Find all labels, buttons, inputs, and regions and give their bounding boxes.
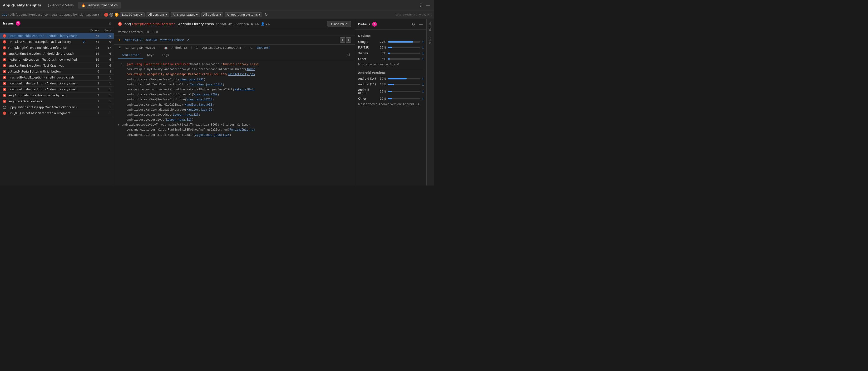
stack-link[interactable]: Handler.java:938 [185, 103, 212, 107]
stack-link[interactable]: View.java:30213 [187, 98, 212, 102]
stack-link[interactable]: Andro [247, 67, 255, 72]
stack-options-button[interactable]: ⇅ [346, 52, 351, 58]
issue-row[interactable]: ✕ ...ceptionInInitializerError - Android… [0, 80, 114, 87]
issue-name: ...ppqualityinsightsqaapp.MainActivity$2… [8, 106, 85, 109]
bar-track-google [388, 41, 421, 42]
info-button-other-device[interactable]: ℹ [422, 57, 424, 61]
tab-android-vitals[interactable]: ▷ Android Vitals [45, 2, 77, 8]
tab-stack-trace-label: Stack trace [122, 53, 140, 57]
col-events-header: Events [85, 29, 99, 32]
bar-track-other-device [388, 58, 421, 60]
filter-last-days[interactable]: Last 90 days ▾ [120, 12, 145, 17]
stack-link[interactable]: Looper.java:313 [166, 118, 192, 122]
tab-logs[interactable]: Logs [158, 51, 173, 59]
issue-name: 0,0-{0,0} is not associated with a Fragm… [8, 111, 85, 115]
filter-operating-systems[interactable]: All operating systems ▾ [225, 12, 262, 17]
tab-firebase-crashlytics[interactable]: 🔥 Firebase Crashlytics [78, 2, 121, 8]
stack-link[interactable]: Handler.java:99 [187, 108, 212, 112]
issue-row[interactable]: ✕ lang.RuntimeException - Test Crash vcs… [0, 63, 114, 69]
bar-track-xiaomi [388, 53, 421, 54]
bar-label-fujitsu: FUJITSU [358, 46, 376, 49]
filter-icon[interactable]: ⊞ [108, 22, 111, 25]
more-options-button[interactable]: ⋮ [418, 2, 424, 8]
stack-link[interactable]: ZygoteInit.java:1135 [195, 133, 229, 137]
issue-row[interactable]: ✕ lang.RuntimeException - Android Librar… [0, 51, 114, 57]
issue-events: 1 [85, 106, 99, 109]
stack-link[interactable]: View.java:7792 [180, 77, 204, 82]
bar-pct-other-android: 12% [378, 97, 386, 100]
tab-keys[interactable]: Keys [143, 51, 158, 59]
filter-versions-chevron: ▾ [165, 13, 167, 16]
stack-line: android.os.Looper.loopOnce(Looper.java:2… [118, 112, 351, 117]
stack-pkg: android.view.View$PerformClick.run( [127, 98, 187, 102]
bar-label-xiaomi: Xiaomi [358, 52, 376, 55]
issue-row[interactable]: ✕ ...rashedByAdbException - shell-induce… [0, 75, 114, 80]
details-badge: 6 [372, 22, 377, 27]
info-button-xiaomi[interactable]: ℹ [422, 52, 424, 55]
issue-row[interactable]: ✕ ...g.RuntimeException - Test Crash new… [0, 57, 114, 63]
issue-row[interactable]: ✕ String.length()' on a null object refe… [0, 45, 114, 51]
stack-link[interactable]: TextView.java:16112 [190, 82, 222, 87]
filter-devices-label: All devices [204, 13, 219, 16]
issue-row[interactable]: ✕ ...n - ClassNotFoundException at java … [0, 39, 114, 45]
issue-events: 65 [85, 34, 99, 38]
info-button-other-android[interactable]: ℹ [422, 97, 424, 101]
users-stat: 👤 25 [261, 22, 270, 26]
issue-name: lang.ArithmeticException - divide by zer… [8, 94, 85, 97]
filter-devices[interactable]: All devices ▾ [201, 12, 223, 17]
bar-track-fujitsu [388, 47, 421, 48]
sidebar-notes-label[interactable]: Notes [429, 36, 432, 45]
settings-icon-button[interactable]: ⚙ [411, 21, 416, 27]
stack-pkg: ) [212, 103, 214, 107]
info-button-android11[interactable]: ℹ [422, 82, 424, 86]
stack-link[interactable]: View.java:7769 [193, 93, 217, 97]
issue-row[interactable]: ✕ lang.ArithmeticException - divide by z… [0, 93, 114, 98]
error-class-name: ExceptionInInitializerError [132, 22, 175, 26]
bar-track-android810 [388, 91, 421, 92]
minimize-button[interactable]: — [426, 2, 431, 8]
stack-line: android.os.Handler.dispatchMessage(Handl… [118, 107, 351, 112]
issue-users: 1 [99, 94, 111, 97]
view-on-firebase-link[interactable]: View on Firebase [160, 38, 184, 42]
exception-class[interactable]: java.lang.ExceptionInInitializerError [127, 62, 190, 67]
issue-row[interactable]: ✕ 0,0-{0,0} is not associated with a Fra… [0, 110, 114, 116]
filter-signal-states-chevron: ▾ [196, 13, 197, 16]
issue-row[interactable]: ✕ lang.StackOverflowError 1 1 [0, 98, 114, 104]
stack-link[interactable]: RuntimeInit.jav [229, 128, 255, 132]
close-panel-button[interactable]: — [418, 21, 424, 27]
next-event-button[interactable]: › [346, 37, 351, 42]
issue-row[interactable]: ◷ ...ppqualityinsightsqaapp.MainActivity… [0, 104, 114, 110]
issue-events: 6 [85, 70, 99, 73]
close-issue-button[interactable]: Close issue [327, 21, 351, 27]
bar-label-android810: Android (8.1.0) [358, 88, 376, 95]
breadcrumb-app[interactable]: app [2, 13, 7, 16]
refresh-button[interactable]: ↻ [264, 11, 269, 18]
filter-signal-states[interactable]: All signal states ▾ [170, 12, 200, 17]
stack-link[interactable]: MaterialButt [235, 88, 255, 92]
issue-row[interactable]: ✕ button.MaterialButton with id 'button'… [0, 69, 114, 75]
stack-line: com.android.internal.os.RuntimeInit$Meth… [118, 128, 351, 132]
info-button-android14[interactable]: ℹ [422, 77, 424, 80]
sidebar-details-label[interactable]: Details [429, 21, 432, 32]
last-refreshed: Last refreshed: one day ago [396, 13, 432, 16]
tab-stack-trace[interactable]: Stack trace [118, 51, 143, 59]
prev-event-button[interactable]: ‹ [340, 37, 345, 42]
issue-row[interactable]: ✕ ...ceptionInInitializerError - Android… [0, 87, 114, 93]
info-button-fujitsu[interactable]: ℹ [422, 46, 424, 49]
issue-error-icon: ✕ [3, 64, 6, 67]
tab-keys-label: Keys [147, 53, 154, 57]
issues-header: Issues 2 ⊞ [0, 19, 114, 28]
filter-bar: app › All: [appqualityrelease] com.quali… [0, 10, 434, 19]
issue-error-icon: ✕ [3, 58, 6, 61]
device-bar-xiaomi: Xiaomi 6% ℹ [358, 52, 424, 55]
stack-link[interactable]: Looper.java:226 [173, 113, 198, 117]
filter-versions[interactable]: All versions ▾ [146, 12, 169, 17]
stack-link[interactable]: MainActivity.jav [228, 72, 255, 77]
expand-icon[interactable]: ▶ [118, 123, 120, 127]
issue-row[interactable]: ✕ ...ceptionInInitializerError - Android… [0, 33, 114, 39]
issue-users: 6 [99, 52, 111, 56]
info-button-android810[interactable]: ℹ [422, 90, 424, 94]
info-button-google[interactable]: ℹ [422, 40, 424, 44]
issue-users: 1 [99, 111, 111, 115]
breadcrumb-dropdown-icon[interactable]: ▾ [98, 13, 99, 16]
